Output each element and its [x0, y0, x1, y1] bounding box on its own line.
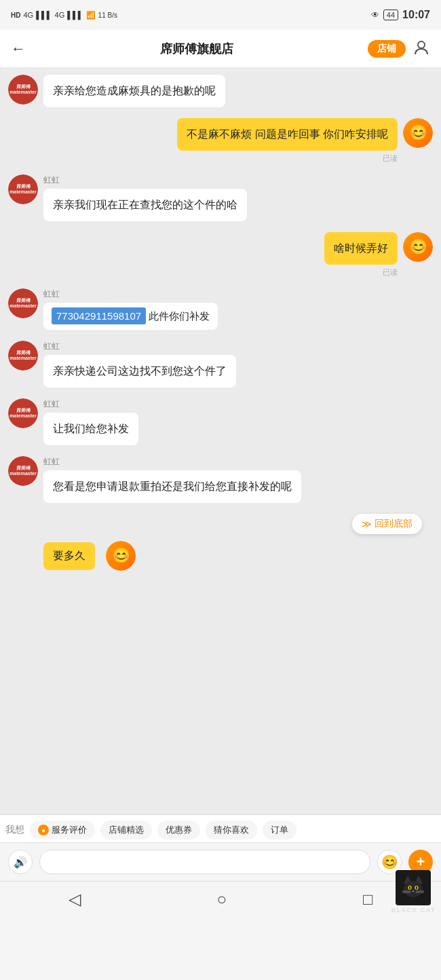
buyer-avatar: 😊 [403, 118, 433, 148]
partial-message-row: 要多久 😊 [8, 541, 433, 571]
message-row: 😊 不是麻不麻烦 问题是咋回事 你们咋安排呢 已读 [8, 118, 433, 164]
seller-avatar: 席师傅matemaster [8, 398, 38, 428]
status-bar: HD 4G ▌▌▌ 4G ▌▌▌ 📶 11 B/s 👁 44 10:07 [0, 0, 441, 30]
chip-label: 订单 [271, 824, 288, 836]
tracking-bubble: 773042911598107此件你们补发 [43, 303, 218, 330]
header-actions: 店铺 [368, 38, 430, 60]
tracking-suffix: 此件你们补发 [146, 310, 210, 322]
chip-label: 店铺精选 [109, 824, 144, 836]
svg-point-0 [418, 41, 425, 48]
buyer-avatar: 😊 [403, 232, 433, 262]
message-bubble: 亲亲给您造成麻烦具的是抱歉的呢 [43, 75, 225, 107]
battery-level: 44 [383, 10, 398, 20]
message-row: 席师傅matemaster 亲亲给您造成麻烦具的是抱歉的呢 [8, 75, 433, 107]
svg-point-8 [416, 886, 417, 890]
message-content: 虹虹 亲亲我们现在正在查找您的这个件的哈 [43, 174, 247, 221]
voice-button[interactable]: 🔊 [8, 850, 33, 874]
blackcat-icon [396, 870, 431, 905]
status-left: HD 4G ▌▌▌ 4G ▌▌▌ 📶 11 B/s [11, 11, 117, 20]
chip-label: 优惠券 [166, 824, 192, 836]
profile-icon[interactable] [413, 38, 430, 60]
nav-home-button[interactable]: ○ [217, 890, 227, 909]
message-bubble: 亲亲快递公司这边找不到您这个件了 [43, 355, 236, 388]
seller-avatar: 席师傅matemaster [8, 174, 38, 204]
status-right: 👁 44 10:07 [371, 9, 430, 21]
chip-guess-like[interactable]: 猜你喜欢 [206, 821, 257, 840]
message-row: 席师傅matemaster 虹虹 让我们给您补发 [8, 398, 433, 445]
scroll-arrows-icon: ≫ [362, 519, 372, 529]
navigation-bar: ◁ ○ □ [0, 881, 441, 916]
scroll-to-bottom-area: ≫ 回到底部 [8, 514, 433, 534]
chip-label: 猜你喜欢 [214, 824, 249, 836]
speed-indicator: 11 B/s [98, 12, 117, 19]
nav-back-button[interactable]: ◁ [69, 890, 81, 909]
chat-header: ← 席师傅旗舰店 店铺 [0, 30, 441, 68]
message-content: 虹虹 亲亲快递公司这边找不到您这个件了 [43, 341, 236, 388]
svg-point-4 [404, 881, 423, 897]
message-row: 席师傅matemaster 虹虹 亲亲快递公司这边找不到您这个件了 [8, 341, 433, 388]
sender-name: 虹虹 [43, 398, 138, 410]
signal-bars-2: ▌▌▌ [67, 11, 83, 19]
message-row: 席师傅matemaster 虹虹 您看是您申请退款重拍还是我们给您直接补发的呢 [8, 456, 433, 503]
buyer-avatar-partial: 😊 [106, 541, 136, 571]
message-content: 虹虹 让我们给您补发 [43, 398, 138, 445]
seller-avatar: 席师傅matemaster [8, 288, 38, 318]
read-status: 已读 [177, 153, 398, 164]
chip-coupons[interactable]: 优惠券 [157, 821, 200, 840]
message-bubble: 啥时候弄好 [324, 232, 398, 265]
chip-label: 服务评价 [52, 824, 87, 836]
bottom-toolbar: 我想 ● 服务评价 店铺精选 优惠券 猜你喜欢 订单 [0, 814, 441, 842]
message-bubble: 让我们给您补发 [43, 413, 138, 445]
read-status: 已读 [324, 267, 398, 278]
blackcat-watermark: BLACK CAT [332, 867, 441, 916]
toolbar-label: 我想 [5, 824, 24, 836]
message-content: 亲亲给您造成麻烦具的是抱歉的呢 [43, 75, 225, 107]
seller-avatar: 席师傅matemaster [8, 75, 38, 105]
message-row: 席师傅matemaster 虹虹 773042911598107此件你们补发 [8, 288, 433, 330]
blackcat-text-label: BLACK CAT [391, 907, 436, 913]
signal-4g-2: 4G [55, 11, 65, 19]
sender-name: 虹虹 [43, 456, 301, 468]
scroll-to-bottom-button[interactable]: ≫ 回到底部 [352, 514, 422, 534]
sender-name: 虹虹 [43, 288, 218, 300]
chip-icon: ● [38, 825, 49, 835]
message-input[interactable] [39, 850, 370, 874]
sender-name: 虹虹 [43, 174, 247, 186]
message-content: 不是麻不麻烦 问题是咋回事 你们咋安排呢 已读 [177, 118, 398, 164]
partial-bubble: 要多久 [43, 542, 95, 570]
eye-icon: 👁 [371, 10, 379, 20]
voice-icon: 🔊 [14, 856, 27, 869]
message-content: 虹虹 773042911598107此件你们补发 [43, 288, 218, 330]
signal-4g-1: 4G [23, 11, 33, 19]
message-bubble: 不是麻不麻烦 问题是咋回事 你们咋安排呢 [177, 118, 398, 151]
shop-button[interactable]: 店铺 [368, 40, 406, 58]
seller-avatar: 席师傅matemaster [8, 341, 38, 371]
message-row: 席师傅matemaster 虹虹 亲亲我们现在正在查找您的这个件的哈 [8, 174, 433, 221]
time-display: 10:07 [402, 9, 430, 21]
status-signals: HD 4G ▌▌▌ 4G ▌▌▌ 📶 11 B/s [11, 11, 117, 20]
hd-badge: HD [11, 12, 20, 19]
message-content: 虹虹 您看是您申请退款重拍还是我们给您直接补发的呢 [43, 456, 301, 503]
wifi-icon: 📶 [86, 11, 96, 20]
chip-service-review[interactable]: ● 服务评价 [30, 821, 95, 840]
sender-name: 虹虹 [43, 341, 236, 352]
chat-area: 席师傅matemaster 亲亲给您造成麻烦具的是抱歉的呢 😊 不是麻不麻烦 问… [0, 68, 441, 814]
scroll-label: 回到底部 [375, 518, 413, 530]
signal-bars-1: ▌▌▌ [36, 11, 52, 19]
svg-point-7 [409, 886, 410, 890]
back-button[interactable]: ← [11, 40, 26, 58]
message-bubble: 亲亲我们现在正在查找您的这个件的哈 [43, 189, 247, 221]
chip-orders[interactable]: 订单 [263, 821, 296, 840]
chat-title: 席师傅旗舰店 [160, 41, 233, 57]
message-content: 啥时候弄好 已读 [324, 232, 398, 278]
seller-avatar: 席师傅matemaster [8, 456, 38, 486]
message-bubble: 您看是您申请退款重拍还是我们给您直接补发的呢 [43, 470, 301, 503]
message-row: 😊 啥时候弄好 已读 [8, 232, 433, 278]
chip-store-picks[interactable]: 店铺精选 [100, 821, 152, 840]
tracking-number[interactable]: 773042911598107 [52, 307, 146, 324]
